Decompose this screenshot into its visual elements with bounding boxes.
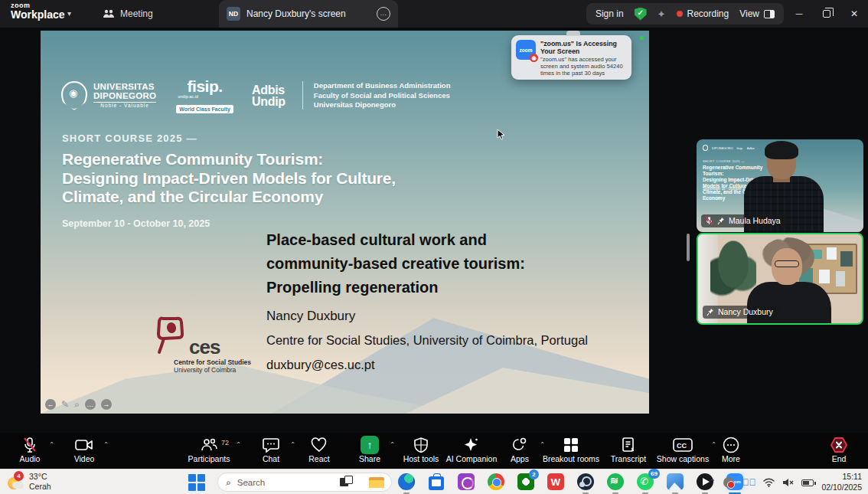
spotify-icon[interactable] xyxy=(605,472,625,492)
microsoft-store-icon[interactable] xyxy=(426,472,446,492)
pen-tool-icon[interactable]: ✎ xyxy=(61,399,69,410)
titlebar-controls: Sign in ✦ Recording View xyxy=(586,3,784,25)
more-button[interactable]: More xyxy=(706,436,756,466)
photos-app-icon[interactable] xyxy=(665,472,685,492)
captions-cc-icon: CC xyxy=(673,437,693,453)
purple-app-icon[interactable] xyxy=(456,472,476,492)
share-screen-icon: ↑ xyxy=(361,436,379,454)
search-placeholder: Search xyxy=(237,478,265,487)
mini-fisip-text: fisip. xyxy=(737,146,743,150)
tab-shared-screen[interactable]: ND Nancy Duxbury's screen … xyxy=(219,0,398,28)
zoom-tool-icon[interactable]: ⌕ xyxy=(74,399,80,410)
mini-eyebrow-text: SHORT COURSE 2025 — xyxy=(703,159,745,163)
zoom-app-window: zoom Workplace ▾ Meeting ND Nancy Duxbur… xyxy=(0,0,868,494)
university-name-line1: UNIVERSITAS xyxy=(93,82,156,91)
audio-label: Audio xyxy=(2,454,57,463)
recording-indicator[interactable]: Recording xyxy=(677,8,729,19)
breakout-rooms-button[interactable]: Breakout rooms xyxy=(536,436,606,466)
minimize-button[interactable]: ─ xyxy=(785,0,813,28)
camera-recording-tray-icon[interactable] xyxy=(723,477,734,488)
participant-video-nancy[interactable]: Nancy Duxbury xyxy=(697,233,863,325)
task-view-button[interactable] xyxy=(337,472,357,492)
share-label: Share xyxy=(344,454,395,463)
react-button[interactable]: React xyxy=(295,436,344,466)
whatsapp-icon[interactable]: 69 xyxy=(635,472,655,492)
slide-logo-row: UNIVERSITAS DIPONEGORO Noble - Valuable … xyxy=(61,78,450,113)
mouse-cursor xyxy=(497,129,505,140)
edge-browser-icon[interactable] xyxy=(396,472,416,492)
heart-icon xyxy=(311,437,328,453)
weather-temp: 33°C xyxy=(29,472,51,482)
participants-icon xyxy=(201,437,217,453)
chevron-down-icon[interactable]: ▾ xyxy=(67,9,71,18)
hidden-icons-chevron[interactable]: ⌃ xyxy=(708,477,716,488)
participants-label: Participants xyxy=(178,454,240,463)
participant-video-maula[interactable]: DIPONEGORO fisip. Adbis SHORT COURSE 202… xyxy=(697,139,863,232)
restore-icon xyxy=(823,10,830,18)
slideshow-more-options-icon[interactable]: … xyxy=(85,399,96,410)
chat-label: Chat xyxy=(245,454,297,463)
course-title-line3: Climate, and the Circular Economy xyxy=(62,188,396,207)
end-meeting-button[interactable]: End xyxy=(814,436,864,466)
restore-button[interactable] xyxy=(813,0,840,28)
mini-adbis-text: Adbis xyxy=(747,146,755,150)
ces-subtitle2: University of Coimbra xyxy=(174,366,269,374)
video-button[interactable]: Video ⌃ xyxy=(57,436,112,466)
microphone-in-use-icon[interactable]: ⦿⃔ xyxy=(742,477,755,488)
wifi-icon[interactable] xyxy=(763,478,775,487)
chrome-browser-icon[interactable] xyxy=(486,472,506,492)
corkboard-photo xyxy=(840,251,853,267)
participants-options-chevron[interactable]: ⌃ xyxy=(236,441,241,448)
chat-button[interactable]: Chat ⌃ xyxy=(245,436,297,466)
speaker-muted-icon[interactable] xyxy=(782,478,794,487)
transcript-doc-icon xyxy=(622,437,635,453)
previous-slide-button[interactable]: ← xyxy=(45,399,56,410)
share-button[interactable]: ↑ Share ⌃ xyxy=(344,436,395,466)
shared-screen-slide: UNIVERSITAS DIPONEGORO Noble - Valuable … xyxy=(41,31,649,414)
audio-button[interactable]: Audio ⌃ xyxy=(2,436,57,466)
mini-title-line1: Regenerative Community Tourism: xyxy=(703,165,775,177)
department-text-block: Department of Business Administration Fa… xyxy=(302,81,451,110)
window-controls: ─ ✕ xyxy=(785,0,868,28)
dept-line1: Department of Business Administration xyxy=(314,81,451,90)
security-shield-icon[interactable] xyxy=(635,8,647,21)
steam-icon[interactable] xyxy=(576,472,596,492)
weather-widget[interactable]: 4 33°C Cerah xyxy=(6,472,51,491)
screen-access-notification[interactable]: zoom "zoom.us" Is Accessing Your Screen … xyxy=(511,35,631,80)
tab-options-icon[interactable]: … xyxy=(377,7,390,21)
video-label: Video xyxy=(57,454,112,463)
sign-in-button[interactable]: Sign in xyxy=(596,8,624,19)
adbis-line2: Undip xyxy=(252,96,286,107)
whatsapp-notification-badge: 69 xyxy=(648,469,660,479)
room-plant xyxy=(710,240,756,300)
ai-sparkle-icon[interactable]: ✦ xyxy=(658,8,666,20)
ai-companion-button[interactable]: AI Companion xyxy=(438,436,505,466)
speaker-affiliation: Centre for Social Studies, University of… xyxy=(266,333,588,348)
course-eyebrow: SHORT COURSE 2025 — xyxy=(62,132,197,144)
file-explorer-icon[interactable] xyxy=(367,472,387,492)
battery-icon[interactable] xyxy=(801,479,814,486)
taskbar-clock[interactable]: 15:11 02/10/2025 xyxy=(821,472,862,492)
end-meeting-icon xyxy=(830,437,848,453)
video-panel-drag-handle[interactable] xyxy=(687,234,690,261)
speaker-name: Nancy Duxbury xyxy=(266,309,355,324)
slideshow-controls: ← ✎ ⌕ … → xyxy=(45,399,112,410)
start-button[interactable] xyxy=(188,474,205,491)
tab-meeting[interactable]: Meeting xyxy=(96,5,159,23)
view-button[interactable]: View xyxy=(739,8,775,19)
pin-icon xyxy=(706,308,714,316)
view-label: View xyxy=(739,8,759,19)
xbox-app-icon[interactable]: 2 xyxy=(516,472,536,492)
notification-text: "zoom.us" Is Accessing Your Screen "zoom… xyxy=(540,40,625,75)
course-dates: September 10 - October 10, 2025 xyxy=(62,218,210,229)
next-slide-button[interactable]: → xyxy=(101,399,112,410)
university-name-block: UNIVERSITAS DIPONEGORO Noble - Valuable xyxy=(93,82,156,109)
ces-mark-icon xyxy=(154,316,188,355)
talk-title-line1: Place-based cultural work and xyxy=(266,228,525,252)
close-button[interactable]: ✕ xyxy=(840,0,868,28)
audio-options-chevron[interactable]: ⌃ xyxy=(49,441,54,448)
video-options-chevron[interactable]: ⌃ xyxy=(103,441,109,448)
windows-taskbar: 4 33°C Cerah ⌕ Search 2 W xyxy=(0,469,868,494)
participants-button[interactable]: Participants 72 ⌃ xyxy=(178,436,240,466)
wps-office-icon[interactable]: W xyxy=(546,472,566,492)
